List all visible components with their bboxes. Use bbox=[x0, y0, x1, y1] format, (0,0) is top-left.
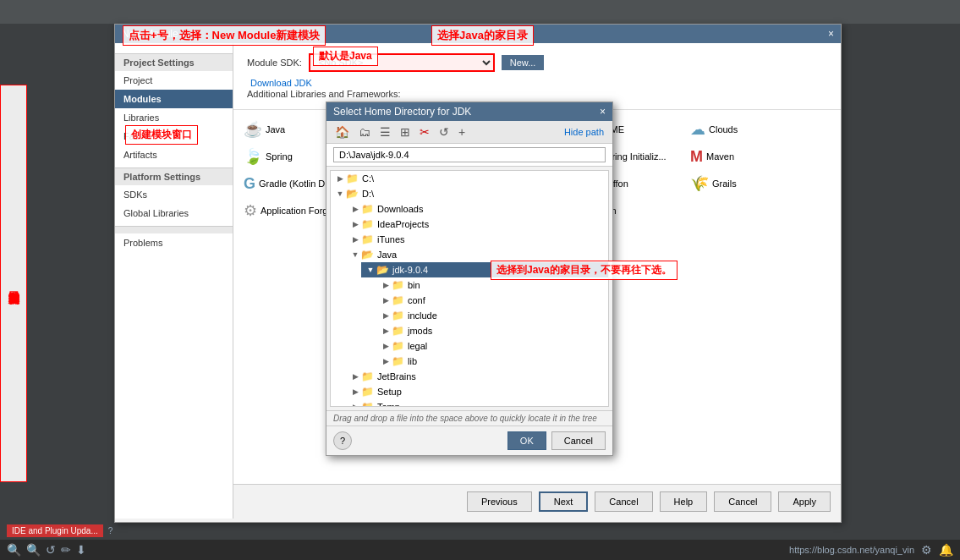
tree-label-bin: bin bbox=[408, 280, 420, 290]
previous-button[interactable]: Previous bbox=[467, 491, 532, 512]
arrow-legal: ▶ bbox=[380, 342, 392, 350]
tree-item-c[interactable]: ▶ 📁 C:\ bbox=[331, 171, 608, 186]
taskbar-url: https://blog.csdn.net/yanqi_vin bbox=[789, 545, 914, 555]
download-jdk-row: Download JDK bbox=[247, 77, 827, 89]
folder-java-icon: 📂 bbox=[361, 249, 374, 261]
jdk-hint: Drag and drop a file into the space abov… bbox=[326, 410, 612, 425]
wizard-close-icon[interactable]: × bbox=[828, 28, 834, 40]
module-type-grails[interactable]: 🌾 Grails bbox=[687, 171, 797, 196]
toolbar-add-btn[interactable]: + bbox=[455, 124, 469, 140]
tree-item-jetbrains[interactable]: ▶ 📁 JetBrains bbox=[346, 369, 608, 384]
jdk-path-input[interactable] bbox=[333, 147, 606, 162]
folder-downloads-icon: 📁 bbox=[361, 203, 374, 215]
module-type-clouds[interactable]: ☁ Clouds bbox=[687, 117, 797, 142]
taskbar-edit-icon[interactable]: ✏ bbox=[61, 543, 71, 557]
tree-item-lib[interactable]: ▶ 📁 lib bbox=[376, 354, 608, 369]
jdk-select-note: 选择到Java的家目录，不要再往下选。 bbox=[491, 261, 677, 280]
d-children: ▶ 📁 Downloads ▶ 📁 IdeaProjects ▶ 📁 iTune… bbox=[331, 201, 608, 407]
ide-plugin-update[interactable]: IDE and Plugin Upda... bbox=[7, 524, 103, 537]
tree-label-lib: lib bbox=[408, 356, 417, 366]
tree-item-d[interactable]: ▼ 📂 D:\ bbox=[331, 186, 608, 201]
project-settings-section: Project Settings bbox=[115, 53, 233, 71]
jdk-footer: ? OK Cancel bbox=[326, 425, 612, 455]
toolbar-refresh-btn[interactable]: ↺ bbox=[436, 124, 453, 140]
jdk-close-icon[interactable]: × bbox=[600, 106, 606, 118]
toolbar-home-btn[interactable]: 🏠 bbox=[332, 124, 353, 140]
top-center-annotation: 选择Java的家目录 bbox=[431, 25, 534, 46]
arrow-bin: ▶ bbox=[380, 281, 392, 289]
tree-item-jmods[interactable]: ▶ 📁 jmods bbox=[376, 323, 608, 338]
taskbar-refresh-icon[interactable]: ↺ bbox=[46, 543, 56, 557]
tree-label-include: include bbox=[408, 310, 437, 321]
taskbar-zoom-out-icon[interactable]: 🔍 bbox=[26, 543, 41, 557]
arrow-temp: ▶ bbox=[349, 403, 361, 407]
sdk-new-button[interactable]: New... bbox=[502, 55, 545, 70]
tree-item-conf[interactable]: ▶ 📁 conf bbox=[376, 293, 608, 308]
jdk-help-icon[interactable]: ? bbox=[333, 431, 352, 450]
java-module-icon: ☕ bbox=[244, 120, 262, 139]
folder-include-icon: 📁 bbox=[392, 310, 404, 321]
taskbar-download-icon[interactable]: ⬇ bbox=[76, 543, 86, 557]
app-forge-icon: ⚙ bbox=[244, 201, 257, 220]
tree-label-jmods: jmods bbox=[408, 326, 432, 336]
tree-label-setup: Setup bbox=[377, 387, 402, 397]
sidebar-item-problems[interactable]: Problems bbox=[115, 233, 233, 252]
hide-path-link[interactable]: Hide path bbox=[561, 125, 607, 139]
folder-itunes-icon: 📁 bbox=[361, 233, 374, 245]
folder-lib-icon: 📁 bbox=[392, 355, 404, 367]
tree-item-temp[interactable]: ▶ 📁 Temp bbox=[346, 399, 608, 407]
tree-item-ideaprojects[interactable]: ▶ 📁 IdeaProjects bbox=[346, 217, 608, 232]
cancel2-button[interactable]: Cancel bbox=[714, 491, 771, 512]
tree-label-itunes: iTunes bbox=[377, 234, 405, 244]
tree-label-temp: Temp bbox=[377, 402, 400, 407]
jdk-title: Select Home Directory for JDK bbox=[333, 106, 471, 118]
toolbar-grid-btn[interactable]: ⊞ bbox=[397, 124, 414, 140]
taskbar-zoom-in-icon[interactable]: 🔍 bbox=[7, 543, 21, 557]
sidebar-item-modules[interactable]: Modules bbox=[115, 90, 233, 108]
sidebar-item-libraries[interactable]: Libraries bbox=[115, 108, 233, 127]
clouds-icon: ☁ bbox=[690, 120, 705, 139]
folder-legal-icon: 📁 bbox=[392, 340, 404, 352]
toolbar-files-btn[interactable]: 🗂 bbox=[355, 124, 374, 140]
jdk-tree[interactable]: ▶ 📁 C:\ ▼ 📂 D:\ ▶ 📁 Downloads ▶ 📁 IdeaPr… bbox=[330, 170, 609, 407]
jdk-title-bar: Select Home Directory for JDK × bbox=[326, 102, 612, 121]
taskbar: 🔍 🔍 ↺ ✏ ⬇ https://blog.csdn.net/yanqi_vi… bbox=[0, 540, 960, 560]
sidebar-item-artifacts[interactable]: Artifacts bbox=[115, 145, 233, 164]
arrow-jdk904: ▼ bbox=[365, 266, 376, 274]
arrow-d: ▼ bbox=[334, 189, 346, 198]
next-button[interactable]: Next bbox=[539, 491, 589, 512]
tree-label-d: D:\ bbox=[362, 189, 374, 199]
jdk-path-bar bbox=[326, 144, 612, 167]
tree-label-c: C:\ bbox=[362, 173, 374, 184]
toolbar-list-btn[interactable]: ☰ bbox=[376, 124, 394, 140]
tree-item-legal[interactable]: ▶ 📁 legal bbox=[376, 338, 608, 354]
download-jdk-link[interactable]: Download JDK bbox=[250, 78, 312, 88]
folder-jetbrains-icon: 📁 bbox=[361, 371, 374, 382]
tree-item-include[interactable]: ▶ 📁 include bbox=[376, 308, 608, 323]
jdk904-children: ▶ 📁 bin ▶ 📁 conf ▶ 📁 include bbox=[361, 277, 608, 369]
tree-label-ideaprojects: IdeaProjects bbox=[377, 219, 429, 229]
sidebar-item-sdks[interactable]: SDKs bbox=[115, 185, 233, 204]
tree-label-legal: legal bbox=[408, 341, 427, 351]
taskbar-notification-icon[interactable]: 🔔 bbox=[939, 543, 953, 557]
module-type-maven[interactable]: M Maven bbox=[687, 144, 797, 169]
tree-item-setup[interactable]: ▶ 📁 Setup bbox=[346, 384, 608, 399]
sidebar-item-global-libraries[interactable]: Global Libraries bbox=[115, 204, 233, 222]
toolbar-cut-btn[interactable]: ✂ bbox=[416, 124, 433, 140]
jdk-ok-button[interactable]: OK bbox=[507, 431, 546, 450]
problems-section bbox=[115, 226, 233, 233]
wizard-footer: Previous Next Cancel Help Cancel Apply bbox=[233, 484, 841, 519]
apply-button[interactable]: Apply bbox=[778, 491, 831, 512]
help-circle[interactable]: ? bbox=[108, 526, 113, 535]
taskbar-settings-icon[interactable]: ⚙ bbox=[921, 543, 932, 557]
taskbar-right: https://blog.csdn.net/yanqi_vin ⚙ 🔔 bbox=[789, 543, 953, 557]
tree-item-itunes[interactable]: ▶ 📁 iTunes bbox=[346, 232, 608, 247]
cancel-button[interactable]: Cancel bbox=[595, 491, 652, 512]
arrow-jmods: ▶ bbox=[380, 327, 392, 335]
grails-icon: 🌾 bbox=[690, 174, 709, 193]
help-button[interactable]: Help bbox=[660, 491, 708, 512]
sidebar-item-project[interactable]: Project bbox=[115, 71, 233, 90]
arrow-include: ▶ bbox=[380, 311, 392, 320]
tree-item-downloads[interactable]: ▶ 📁 Downloads bbox=[346, 201, 608, 217]
jdk-cancel-button[interactable]: Cancel bbox=[551, 431, 606, 450]
